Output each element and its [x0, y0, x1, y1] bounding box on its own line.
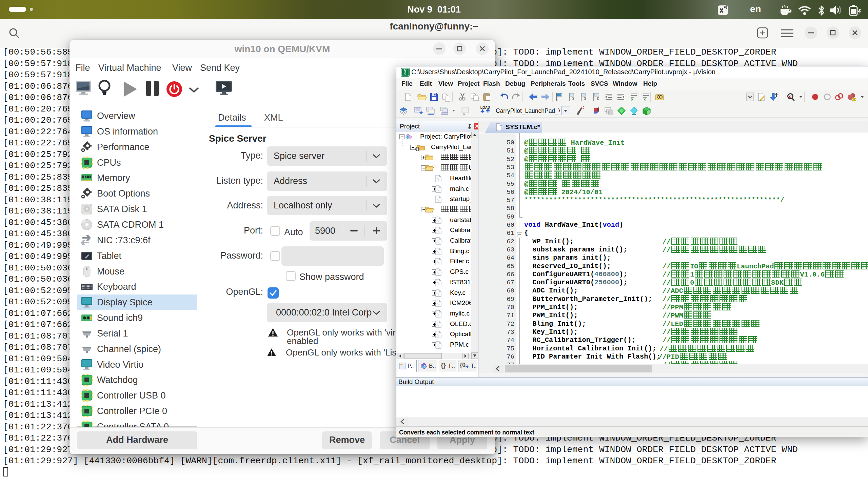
- svg-text:5: 5: [404, 72, 406, 76]
- svg-text:d: d: [789, 94, 791, 99]
- svg-text:LOAD: LOAD: [480, 106, 490, 109]
- svg-text:?: ?: [423, 365, 426, 369]
